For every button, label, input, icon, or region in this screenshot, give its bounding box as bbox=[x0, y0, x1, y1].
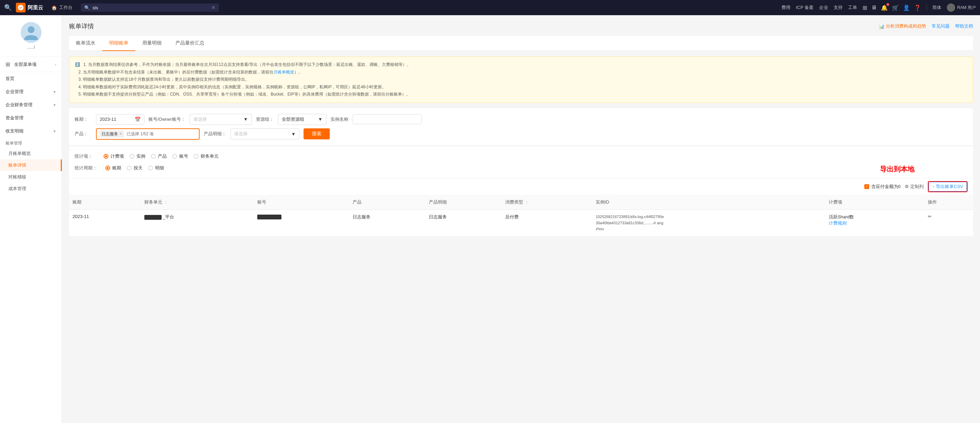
search-button[interactable]: 搜索 bbox=[304, 128, 330, 139]
sort-financial-unit-icon[interactable]: ↕ bbox=[165, 200, 167, 204]
billing-rule-link[interactable]: 计费规则 bbox=[829, 220, 847, 226]
bell-badge bbox=[886, 3, 889, 6]
nav-link-ticket[interactable]: 工单 bbox=[848, 5, 857, 11]
col-consumption-type: 消费类型 ↕ bbox=[502, 195, 593, 210]
aliyun-logo-icon bbox=[16, 3, 25, 13]
product-detail-label: 产品明细： bbox=[204, 131, 226, 137]
monthly-bill-link[interactable]: 月账单概览 bbox=[274, 70, 294, 74]
product-tag-label: 日志服务 bbox=[102, 131, 118, 137]
svg-point-1 bbox=[28, 26, 35, 33]
table-controls-bar: 导出到本地 ✓ 含应付金额为0 ⚙ 定制列 ↑ 导出账单CSV bbox=[69, 178, 973, 195]
nav-link-support[interactable]: 支持 bbox=[834, 5, 843, 11]
cell-consumption-type: 后付费 bbox=[502, 209, 593, 236]
nav-icon-monitor[interactable]: 🖥 bbox=[871, 5, 877, 11]
cell-billing-item: 活跃Shard数 计费规则 bbox=[825, 209, 924, 236]
cell-product-detail: 日志服务 bbox=[425, 209, 502, 236]
language-selector[interactable]: 简体 bbox=[932, 5, 941, 11]
sort-consumption-icon[interactable]: ↕ bbox=[525, 200, 528, 204]
tabs-container: 账单流水 明细账单 用量明细 产品量价汇总 bbox=[69, 36, 973, 51]
product-detail-select[interactable]: 请选择 ▼ bbox=[230, 128, 299, 139]
search-clear-icon[interactable]: ✕ bbox=[212, 5, 215, 10]
nav-icon-bell[interactable]: 🔔 bbox=[881, 5, 888, 11]
resource-group-select[interactable]: 全部资源组 ▼ bbox=[278, 114, 326, 125]
nav-link-enterprise[interactable]: 企业 bbox=[819, 5, 828, 11]
nav-icon-cart[interactable]: 🛒 bbox=[892, 5, 899, 11]
period-date-picker[interactable]: 2023-11 📅 bbox=[96, 114, 144, 125]
radio-financial-unit[interactable]: 财务单元 bbox=[194, 153, 219, 159]
nav-link-fees[interactable]: 费用 bbox=[781, 5, 791, 11]
radio-period-label: 账期 bbox=[112, 165, 121, 171]
sidebar-item-home[interactable]: 首页 bbox=[0, 72, 62, 85]
sidebar-item-finance-mgmt[interactable]: 企业财务管理 ▼ bbox=[0, 98, 62, 111]
checkbox-square-icon: ✓ bbox=[864, 184, 869, 189]
sidebar-item-fund-mgmt[interactable]: 资金管理 bbox=[0, 111, 62, 125]
customize-columns-button[interactable]: ⚙ 定制列 bbox=[905, 184, 924, 190]
hamburger-menu-icon[interactable]: 🔍 bbox=[4, 4, 12, 11]
col-period: 账期 bbox=[69, 195, 141, 210]
chevron-down-icon: ▼ bbox=[53, 90, 56, 94]
sidebar-item-monthly-bill[interactable]: 月账单概览 bbox=[0, 148, 62, 159]
product-selected-count: 已选择 1/52 项 bbox=[127, 131, 196, 137]
page-title: 账单详情 bbox=[69, 22, 94, 30]
sidebar-username: ......l bbox=[27, 45, 35, 50]
sidebar-item-reconciliation[interactable]: 对账稽核 bbox=[0, 171, 62, 183]
col-billing-item-label: 计费项 bbox=[829, 200, 842, 204]
tab-bill-flow[interactable]: 账单流水 bbox=[69, 36, 102, 51]
stats-section: 统计项： 计费项 实例 产品 账号 bbox=[69, 146, 973, 178]
analyze-link[interactable]: 📊 分析消费构成和趋势 bbox=[879, 23, 926, 29]
radio-billing-item[interactable]: 计费项 bbox=[103, 153, 124, 159]
radio-detail-label: 明细 bbox=[155, 165, 164, 171]
sidebar-item-bill-detail[interactable]: 账单详情 bbox=[0, 159, 62, 171]
radio-billing-circle bbox=[103, 154, 108, 159]
export-csv-button[interactable]: ↑ 导出账单CSV bbox=[929, 182, 967, 192]
tab-product-price[interactable]: 产品量价汇总 bbox=[169, 36, 212, 51]
radio-product[interactable]: 产品 bbox=[151, 153, 167, 159]
col-financial-unit: 财务单元 ↕ bbox=[141, 195, 254, 210]
radio-instance[interactable]: 实例 bbox=[129, 153, 145, 159]
product-tag-close-icon[interactable]: × bbox=[119, 131, 122, 136]
include-zero-checkbox[interactable]: ✓ 含应付金额为0 bbox=[864, 184, 900, 190]
radio-bill-period[interactable]: 账期 bbox=[105, 165, 121, 171]
cell-instance-id: 1025268216723893;k8s-log-c44f02795e30a40… bbox=[592, 209, 825, 236]
sidebar-all-menus[interactable]: ⊞ 全部菜单项 › bbox=[0, 57, 62, 72]
notice-item-1: ℹ️ 1. 当月数据查询结果仅供参考，不作为对账依据；当月最终账单在次月3日12… bbox=[75, 61, 967, 69]
nav-icon-apps[interactable]: ⊞ bbox=[862, 5, 867, 11]
user-avatar bbox=[947, 3, 955, 12]
user-menu[interactable]: RAM 用户 bbox=[947, 3, 976, 12]
radio-detail-circle bbox=[148, 166, 153, 170]
export-btn-wrapper: ↑ 导出账单CSV bbox=[928, 181, 967, 192]
logo-text: 阿里云 bbox=[28, 5, 43, 11]
tab-usage-detail[interactable]: 用量明细 bbox=[135, 36, 169, 51]
radio-by-day[interactable]: 按天 bbox=[127, 165, 143, 171]
gear-icon: ⚙ bbox=[905, 184, 909, 189]
chevron-down-icon-3: ▼ bbox=[291, 131, 296, 137]
search-input[interactable] bbox=[92, 5, 208, 10]
account-select[interactable]: 请选择 ▼ bbox=[189, 114, 252, 125]
sidebar-item-cost-mgmt[interactable]: 成本管理 bbox=[0, 183, 62, 195]
masked-account bbox=[257, 215, 282, 219]
analyze-label: 分析消费构成和趋势 bbox=[886, 23, 926, 29]
radio-account[interactable]: 账号 bbox=[172, 153, 188, 159]
nav-link-icp[interactable]: ICP 备案 bbox=[796, 5, 813, 11]
nav-icon-help[interactable]: ❓ bbox=[914, 5, 921, 11]
radio-instance-circle bbox=[129, 154, 134, 159]
financial-unit-platform: _平台 bbox=[163, 214, 174, 219]
global-search-bar[interactable]: 🔍 ✕ bbox=[81, 3, 219, 12]
instance-name-input[interactable] bbox=[353, 114, 422, 124]
sidebar-item-enterprise[interactable]: 企业管理 ▼ bbox=[0, 85, 62, 98]
col-product-detail: 产品明细 bbox=[425, 195, 502, 210]
bill-table: 账期 财务单元 ↕ 账号 产品 产品明细 bbox=[69, 195, 973, 237]
notice-text-5: 5. 明细账单数据不支持提供分拆型云产品（例如：CDN、OSS、共享带宽等）各个… bbox=[78, 92, 410, 97]
nav-icon-user[interactable]: 👤 bbox=[903, 5, 910, 11]
product-filter-box[interactable]: 日志服务 × 已选择 1/52 项 bbox=[96, 128, 200, 140]
edit-icon[interactable]: ✏ bbox=[928, 214, 932, 219]
tab-detail-bill[interactable]: 明细账单 bbox=[102, 36, 135, 51]
sidebar-item-income-expense[interactable]: 收支明细 ▼ bbox=[0, 125, 62, 138]
help-link[interactable]: 帮助文档 bbox=[955, 23, 973, 29]
radio-detail[interactable]: 明细 bbox=[148, 165, 164, 171]
faq-link[interactable]: 常见问题 bbox=[932, 23, 950, 29]
chevron-down-icon-2: ▼ bbox=[53, 103, 56, 107]
radio-billing-label: 计费项 bbox=[110, 153, 124, 159]
col-instance-id-label: 实例ID bbox=[596, 200, 609, 204]
workbench-nav[interactable]: 🏠 工作台 bbox=[49, 5, 75, 11]
